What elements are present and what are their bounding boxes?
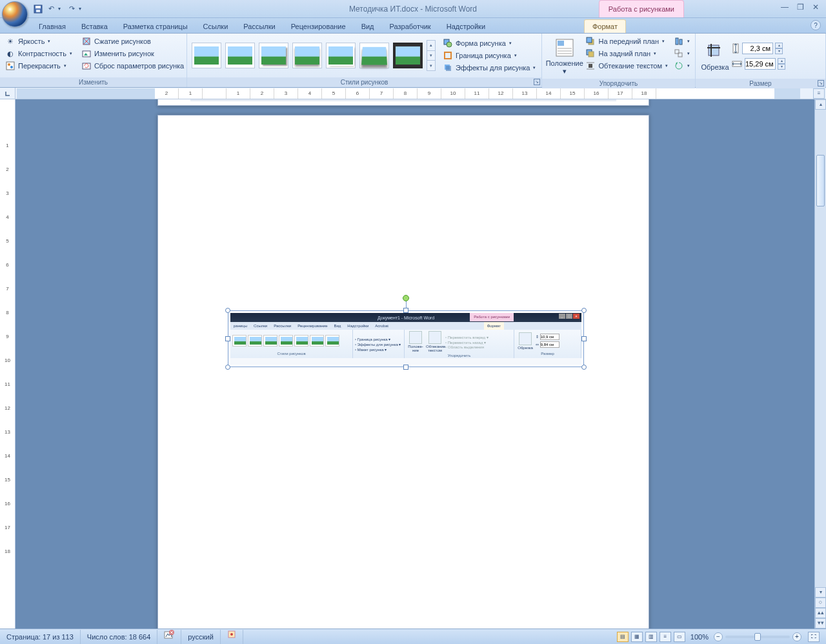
page[interactable]: Документ1 - Microsoft Word Работа с рису… [157,115,649,629]
tab-developer[interactable]: Разработчик [382,20,439,33]
style-thumb[interactable] [225,43,255,68]
status-language[interactable]: русский [181,630,220,644]
document-viewport[interactable]: Документ1 - Microsoft Word Работа с рису… [15,99,826,629]
style-thumb[interactable] [292,43,322,68]
height-spinner[interactable]: ▴▾ [775,43,783,54]
align-icon [674,36,684,46]
send-back-button[interactable]: На задний план▾ [583,48,670,59]
svg-rect-21 [587,37,592,43]
change-picture-button[interactable]: Изменить рисунок [79,48,186,59]
scroll-up-icon[interactable]: ▴ [815,99,826,110]
ruler-toggle-icon[interactable]: ≡ [813,88,825,99]
compress-button[interactable]: Сжатие рисунков [79,35,186,47]
width-spinner[interactable]: ▴▾ [778,58,785,70]
svg-rect-3 [6,62,14,70]
tab-format[interactable]: Формат [584,19,626,33]
launcher-icon[interactable]: ↘ [818,80,824,86]
status-page[interactable]: Страница: 17 из 113 [0,630,81,644]
style-thumb-selected[interactable] [393,43,423,68]
tab-addins[interactable]: Надстройки [439,20,493,33]
width-input[interactable] [745,58,776,70]
height-input[interactable] [742,43,773,54]
text-wrap-button[interactable]: Обтекание текстом▾ [583,60,670,72]
selected-picture[interactable]: Документ1 - Microsoft Word Работа с рису… [228,310,584,367]
resize-handle-s[interactable] [403,365,408,370]
tab-mailings[interactable]: Рассылки [236,20,283,33]
rotate-button[interactable]: ▾ [672,60,692,72]
tab-home[interactable]: Главная [31,20,74,33]
view-full-screen[interactable]: ▦ [631,632,643,642]
zoom-slider[interactable] [725,636,790,638]
picture-shape-button[interactable]: Форма рисунка▾ [441,37,538,49]
resize-handle-w[interactable] [225,336,230,341]
resize-handle-ne[interactable] [581,308,587,313]
rotation-handle[interactable] [403,295,409,301]
picture-border-button[interactable]: Граница рисунка▾ [441,50,538,61]
reset-picture-button[interactable]: Сброс параметров рисунка [79,60,186,72]
status-macro[interactable] [221,630,243,644]
style-thumb[interactable] [192,43,221,68]
align-button[interactable]: ▾ [672,35,692,47]
resize-handle-se[interactable] [581,365,587,370]
gallery-more-icon[interactable]: ▾ [427,61,435,70]
tab-view[interactable]: Вид [354,20,382,33]
redo-icon[interactable]: ↷ [66,3,77,15]
restore-icon[interactable]: ❐ [795,3,805,12]
picture-effects-button[interactable]: Эффекты для рисунка▾ [441,62,538,74]
view-print-layout[interactable]: ▤ [617,632,629,642]
style-thumb[interactable] [359,43,389,68]
bring-front-button[interactable]: На передний план▾ [583,35,670,47]
prev-page-icon[interactable]: ▴▴ [815,608,826,618]
undo-dropdown-icon[interactable]: ▾ [58,6,65,12]
scroll-thumb[interactable] [816,155,825,206]
resize-handle-nw[interactable] [225,308,230,313]
group-button[interactable]: ▾ [672,48,692,59]
minimize-icon[interactable]: — [780,3,790,12]
scroll-down-icon[interactable]: ▾ [815,587,826,598]
zoom-in-button[interactable]: + [792,632,801,641]
vertical-scrollbar[interactable]: ▴ ▾ ○ ▴▴ ▾▾ [814,99,826,629]
status-proofing[interactable] [157,630,181,644]
zoom-slider-thumb[interactable] [754,633,761,641]
style-thumb[interactable] [326,43,356,68]
tab-references[interactable]: Ссылки [196,20,236,33]
zoom-level[interactable]: 100% [690,633,709,641]
save-icon[interactable] [32,3,44,15]
style-thumb[interactable] [259,43,288,68]
qat-customize-icon[interactable]: ▾ [79,6,85,12]
horizontal-ruler[interactable]: 21123456789101112131415161718 [17,88,800,99]
tab-insert[interactable]: Вставка [74,20,116,33]
position-button[interactable]: Положение▾ [545,35,583,77]
styles-gallery[interactable]: ▴▾▾ [190,37,437,74]
view-outline[interactable]: ≡ [660,632,671,642]
undo-icon[interactable]: ↶ [45,3,57,15]
status-words[interactable]: Число слов: 18 664 [81,630,157,644]
recolor-button[interactable]: Перекрасить▾ [3,60,74,72]
vertical-ruler[interactable]: 123456789101112131415161718 [0,99,15,629]
width-field[interactable]: ▴▾ [731,58,785,70]
height-field[interactable]: ▴▾ [731,43,785,54]
office-button[interactable] [2,1,28,27]
help-icon[interactable]: ? [811,20,821,30]
view-draft[interactable]: ▭ [674,632,685,642]
gallery-scroll[interactable]: ▴▾▾ [427,40,436,71]
close-icon[interactable]: ✕ [811,3,821,12]
launcher-icon[interactable]: ↘ [534,79,540,85]
gallery-up-icon[interactable]: ▴ [427,41,435,51]
tab-selector[interactable] [0,88,15,99]
resize-handle-sw[interactable] [225,365,230,370]
browse-object-icon[interactable]: ○ [815,598,826,608]
zoom-out-button[interactable]: − [714,632,723,641]
view-web-layout[interactable]: ▥ [645,632,657,642]
zoom-fit-button[interactable]: ⛶ [808,632,820,642]
brightness-button[interactable]: ☀Яркость▾ [3,35,74,47]
gallery-down-icon[interactable]: ▾ [427,51,435,61]
scroll-track[interactable] [815,110,826,587]
resize-handle-e[interactable] [581,336,587,341]
resize-handle-n[interactable] [403,308,408,313]
contrast-button[interactable]: ◐Контрастность▾ [3,48,74,59]
tab-review[interactable]: Рецензирование [283,20,354,33]
tab-pagelayout[interactable]: Разметка страницы [116,20,196,33]
crop-button[interactable]: Обрезка [699,35,731,77]
next-page-icon[interactable]: ▾▾ [815,618,826,629]
